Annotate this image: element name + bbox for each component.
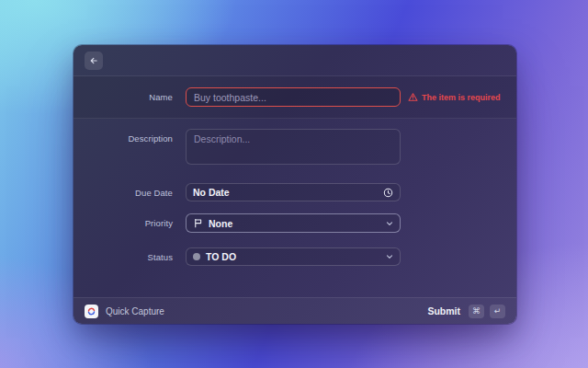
status-value: TO DO [206,251,236,262]
priority-select[interactable]: None [186,213,401,233]
window-header [74,45,516,76]
description-textarea[interactable] [186,129,401,165]
footer-app-info: Quick Capture [85,305,164,318]
status-field-row: Status TO DO [74,247,516,266]
arrow-left-icon [87,54,100,67]
window-footer: Quick Capture Submit ⌘ ↵ [74,297,516,324]
chevron-down-icon [386,220,393,227]
footer-submit-group: Submit ⌘ ↵ [427,305,505,318]
status-dot-icon [193,253,200,260]
chevron-down-icon [386,253,393,260]
command-key-icon: ⌘ [469,305,484,318]
priority-value: None [209,218,232,229]
due-date-value: No Date [193,187,230,198]
due-date-field-row: Due Date No Date [74,183,516,201]
warning-triangle-icon [408,92,418,102]
name-field-row: Name The item is required [74,76,516,119]
name-input[interactable] [186,87,401,107]
priority-label: Priority [74,218,173,228]
name-error-text: The item is required [422,93,501,102]
return-key-icon: ↵ [490,305,505,318]
back-button[interactable] [85,52,103,70]
status-select[interactable]: TO DO [186,247,401,266]
desktop-background: Name The item is required Description Du… [0,0,588,368]
priority-field-row: Priority None [74,213,516,233]
flag-icon [193,218,203,228]
name-error: The item is required [408,92,501,102]
status-label: Status [74,252,173,262]
clock-icon [383,188,393,198]
due-date-label: Due Date [74,188,173,198]
submit-button[interactable]: Submit [427,305,460,316]
description-label: Description [74,133,173,144]
app-logo-icon [85,305,98,318]
description-field-row: Description [74,129,516,165]
due-date-picker[interactable]: No Date [186,183,401,201]
quick-capture-window: Name The item is required Description Du… [74,45,516,324]
name-label: Name [74,92,173,102]
app-name-label: Quick Capture [106,306,164,316]
